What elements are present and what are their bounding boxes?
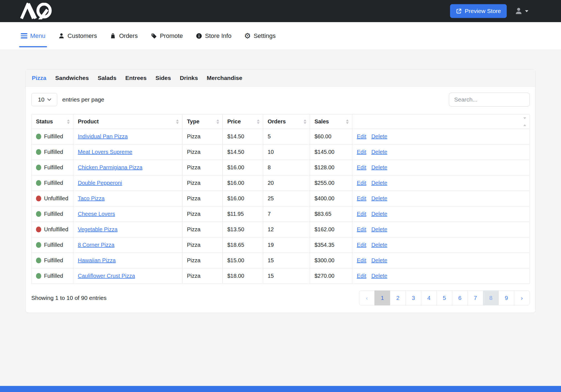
edit-link[interactable]: Edit <box>357 211 366 217</box>
pagination-page-5[interactable]: 5 <box>436 290 452 305</box>
entries-per-page-select[interactable]: 10 <box>31 93 57 106</box>
product-link[interactable]: 8 Corner Pizza <box>78 242 114 248</box>
mq-logo-icon <box>19 3 55 19</box>
nav-item-menu[interactable]: Menu <box>21 22 45 50</box>
product-cell: Double Pepperoni <box>73 175 182 191</box>
pagination-page-4[interactable]: 4 <box>421 290 437 305</box>
product-cell: Chicken Parmigiana Pizza <box>73 160 182 175</box>
pagination-page-8[interactable]: 8 <box>483 290 499 305</box>
nav-item-settings[interactable]: ⚙ Settings <box>244 22 276 50</box>
pagination-next[interactable]: › <box>514 290 530 305</box>
bag-icon <box>110 33 116 39</box>
card-body: 10 entries per page Status <box>26 87 535 313</box>
edit-link[interactable]: Edit <box>357 257 366 263</box>
delete-link[interactable]: Delete <box>371 226 387 232</box>
product-cell: Taco Pizza <box>73 191 182 206</box>
actions-cell: EditDelete <box>352 237 530 253</box>
delete-link[interactable]: Delete <box>371 195 387 201</box>
search-input[interactable] <box>449 93 530 107</box>
nav-item-store-info[interactable]: Store Info <box>196 22 231 50</box>
delete-link[interactable]: Delete <box>371 242 387 248</box>
orders-cell: 20 <box>263 175 310 191</box>
orders-cell: 7 <box>263 206 310 222</box>
tab-salads[interactable]: Salads <box>98 75 117 81</box>
brand-logo[interactable] <box>19 3 55 19</box>
orders-cell: 25 <box>263 191 310 206</box>
price-cell: $16.00 <box>223 160 263 175</box>
table-row: Fulfilled Individual Pan Pizza Pizza $14… <box>32 129 530 144</box>
column-header-orders[interactable]: Orders <box>263 115 310 129</box>
product-cell: Cauliflower Crust Pizza <box>73 268 182 284</box>
pagination-page-9[interactable]: 9 <box>498 290 514 305</box>
pagination-page-7[interactable]: 7 <box>467 290 483 305</box>
pagination-page-3[interactable]: 3 <box>405 290 421 305</box>
sort-icon <box>304 119 306 124</box>
price-cell: $18.00 <box>223 268 263 284</box>
column-header-sales[interactable]: Sales <box>310 115 352 129</box>
column-header-actions[interactable] <box>352 115 530 129</box>
entries-summary: Showing 1 to 10 of 90 entries <box>31 295 107 301</box>
type-cell: Pizza <box>182 268 223 284</box>
page: Preview Store Menu Customer <box>0 0 561 392</box>
tab-pizza[interactable]: Pizza <box>32 75 46 81</box>
status-dot <box>36 258 41 263</box>
column-header-price[interactable]: Price <box>223 115 263 129</box>
info-icon <box>196 33 202 39</box>
nav-item-promote[interactable]: Promote <box>151 22 183 50</box>
column-header-status[interactable]: Status <box>32 115 73 129</box>
user-menu[interactable] <box>515 7 528 15</box>
edit-link[interactable]: Edit <box>357 180 366 186</box>
product-link[interactable]: Chicken Parmigiana Pizza <box>78 164 142 170</box>
pagination-prev[interactable]: ‹ <box>359 290 375 305</box>
preview-store-button[interactable]: Preview Store <box>450 4 507 18</box>
sort-icon <box>523 117 526 126</box>
delete-link[interactable]: Delete <box>371 180 387 186</box>
sort-icon <box>176 119 179 124</box>
product-link[interactable]: Taco Pizza <box>78 195 105 201</box>
nav-label: Store Info <box>205 32 231 40</box>
edit-link[interactable]: Edit <box>357 242 366 248</box>
delete-link[interactable]: Delete <box>371 149 387 155</box>
edit-link[interactable]: Edit <box>357 133 366 139</box>
delete-link[interactable]: Delete <box>371 164 387 170</box>
edit-link[interactable]: Edit <box>357 273 366 279</box>
actions-cell: EditDelete <box>352 129 530 144</box>
delete-link[interactable]: Delete <box>371 273 387 279</box>
tag-icon <box>151 33 157 39</box>
column-header-type[interactable]: Type <box>182 115 223 129</box>
product-link[interactable]: Cauliflower Crust Pizza <box>78 273 135 279</box>
nav-item-customers[interactable]: Customers <box>58 22 97 50</box>
status-dot <box>36 211 41 217</box>
tab-sides[interactable]: Sides <box>156 75 171 81</box>
product-link[interactable]: Cheese Lovers <box>78 211 115 217</box>
tab-drinks[interactable]: Drinks <box>180 75 198 81</box>
status-cell: Fulfilled <box>32 253 73 268</box>
delete-link[interactable]: Delete <box>371 133 387 139</box>
tab-sandwiches[interactable]: Sandwiches <box>55 75 89 81</box>
product-link[interactable]: Individual Pan Pizza <box>78 133 128 139</box>
status-cell: Fulfilled <box>32 206 73 222</box>
edit-link[interactable]: Edit <box>357 164 366 170</box>
pagination-page-1[interactable]: 1 <box>374 290 390 305</box>
column-header-product[interactable]: Product <box>73 115 182 129</box>
delete-link[interactable]: Delete <box>371 211 387 217</box>
status-dot <box>36 196 41 201</box>
edit-link[interactable]: Edit <box>357 195 366 201</box>
person-icon <box>58 33 65 39</box>
product-link[interactable]: Vegetable Pizza <box>78 226 117 232</box>
external-link-icon <box>456 8 462 14</box>
delete-link[interactable]: Delete <box>371 257 387 263</box>
edit-link[interactable]: Edit <box>357 226 366 232</box>
sort-icon <box>346 119 349 124</box>
product-link[interactable]: Meat Lovers Supreme <box>78 149 132 155</box>
product-link[interactable]: Double Pepperoni <box>78 180 122 186</box>
pagination-page-6[interactable]: 6 <box>452 290 468 305</box>
pagination-page-2[interactable]: 2 <box>390 290 406 305</box>
product-link[interactable]: Hawaiian Pizza <box>78 257 116 263</box>
tab-merchandise[interactable]: Merchandise <box>207 75 242 81</box>
edit-link[interactable]: Edit <box>357 149 366 155</box>
tab-entrees[interactable]: Entrees <box>125 75 147 81</box>
sales-cell: $300.00 <box>310 253 352 268</box>
nav-item-orders[interactable]: Orders <box>110 22 138 50</box>
product-cell: Vegetable Pizza <box>73 222 182 237</box>
